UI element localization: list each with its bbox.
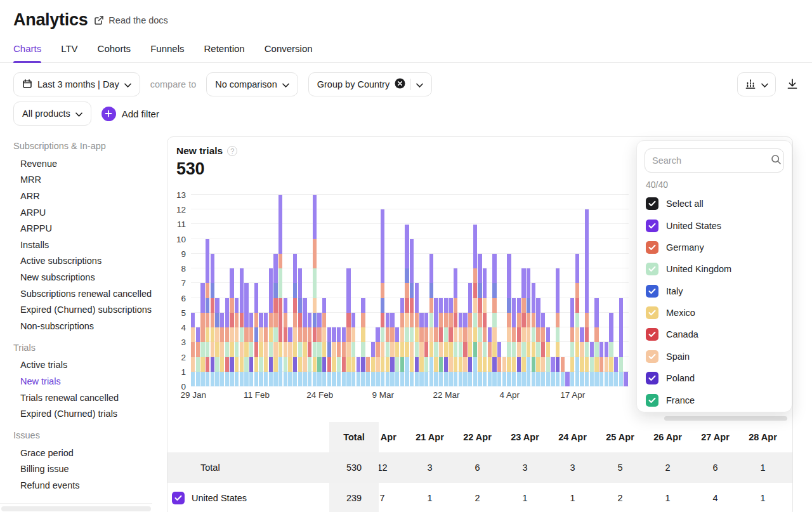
- bar-day-42[interactable]: [395, 327, 399, 386]
- bar-day-74[interactable]: [551, 357, 554, 386]
- bar-day-35[interactable]: [361, 298, 365, 386]
- country-item-spain[interactable]: Spain: [645, 346, 784, 367]
- bar-day-77[interactable]: [565, 372, 569, 386]
- checkbox-checked[interactable]: [646, 263, 658, 275]
- bar-day-49[interactable]: [429, 254, 433, 386]
- country-item-select-all[interactable]: Select all: [645, 193, 784, 214]
- bar-day-33[interactable]: [351, 313, 355, 386]
- country-item-canada[interactable]: Canada: [645, 324, 784, 345]
- download-button[interactable]: [786, 77, 799, 92]
- bar-day-20[interactable]: [288, 327, 292, 386]
- tab-retention[interactable]: Retention: [204, 43, 245, 62]
- comparison-button[interactable]: No comparison: [206, 72, 298, 96]
- bar-day-61[interactable]: [488, 327, 492, 386]
- tab-charts[interactable]: Charts: [13, 43, 41, 62]
- bar-day-70[interactable]: [532, 283, 535, 386]
- bar-day-19[interactable]: [284, 298, 287, 386]
- bar-day-55[interactable]: [459, 313, 462, 386]
- country-item-poland[interactable]: Poland: [645, 367, 784, 389]
- bar-day-83[interactable]: [594, 298, 598, 386]
- bar-day-3[interactable]: [206, 239, 209, 386]
- checkbox-checked[interactable]: [646, 350, 658, 363]
- bar-day-53[interactable]: [449, 298, 452, 386]
- bar-day-80[interactable]: [580, 327, 584, 386]
- sidebar-item-non-subscriptions[interactable]: Non-subscriptions: [13, 318, 160, 334]
- bar-day-13[interactable]: [254, 283, 258, 386]
- bar-day-18[interactable]: [278, 195, 282, 386]
- bar-day-36[interactable]: [366, 357, 370, 386]
- read-the-docs-link[interactable]: Read the docs: [94, 15, 168, 25]
- sidebar-item-active-trials[interactable]: Active trials: [13, 357, 160, 374]
- bar-day-47[interactable]: [419, 313, 423, 386]
- chevron-down-icon[interactable]: [416, 79, 423, 89]
- group-by-button[interactable]: Group by Country: [308, 72, 432, 96]
- bar-day-15[interactable]: [264, 313, 268, 386]
- bar-day-44[interactable]: [405, 225, 409, 386]
- bar-day-25[interactable]: [313, 195, 317, 386]
- bar-day-72[interactable]: [541, 313, 545, 386]
- country-item-germany[interactable]: Germany: [645, 237, 784, 258]
- sidebar-item-arr[interactable]: ARR: [13, 188, 160, 204]
- bar-day-1[interactable]: [196, 327, 200, 386]
- sidebar-item-arppu[interactable]: ARPPU: [13, 220, 160, 237]
- bar-day-11[interactable]: [244, 283, 248, 386]
- bar-day-28[interactable]: [327, 327, 331, 386]
- bar-day-68[interactable]: [521, 268, 525, 386]
- sidebar-item-subscriptions-renewal-cancelled[interactable]: Subscriptions renewal cancelled: [13, 286, 160, 302]
- sidebar-item-revenue[interactable]: Revenue: [13, 155, 160, 172]
- table-horizontal-scrollbar[interactable]: [664, 416, 787, 421]
- bar-day-75[interactable]: [556, 268, 560, 386]
- bar-day-40[interactable]: [386, 313, 390, 386]
- bar-day-79[interactable]: [575, 254, 579, 386]
- bar-day-67[interactable]: [517, 298, 521, 386]
- country-item-italy[interactable]: Italy: [645, 280, 784, 302]
- bar-day-2[interactable]: [200, 283, 204, 386]
- country-item-united-kingdom[interactable]: United Kingdom: [645, 258, 784, 280]
- bar-day-46[interactable]: [415, 283, 419, 386]
- checkbox-checked[interactable]: [172, 492, 185, 504]
- bar-day-34[interactable]: [357, 357, 360, 386]
- bar-day-39[interactable]: [381, 209, 384, 386]
- bar-day-58[interactable]: [473, 225, 477, 386]
- bar-day-65[interactable]: [507, 254, 511, 386]
- tab-ltv[interactable]: LTV: [61, 43, 77, 62]
- sidebar-item-refund-events[interactable]: Refund events: [13, 477, 160, 494]
- sidebar-item-mrr[interactable]: MRR: [13, 172, 160, 188]
- bar-day-29[interactable]: [332, 327, 336, 386]
- sidebar-item-arpu[interactable]: ARPU: [13, 204, 160, 221]
- bar-day-38[interactable]: [376, 327, 379, 386]
- bar-day-64[interactable]: [502, 357, 506, 386]
- checkbox-checked[interactable]: [646, 306, 658, 319]
- bar-day-45[interactable]: [410, 239, 414, 386]
- tab-cohorts[interactable]: Cohorts: [98, 43, 131, 62]
- add-filter-button[interactable]: Add filter: [102, 107, 159, 121]
- bar-day-52[interactable]: [444, 298, 448, 386]
- checkbox-checked[interactable]: [646, 328, 658, 341]
- country-item-united-states[interactable]: United States: [645, 214, 784, 236]
- sidebar-item-trials-renewal-cancelled[interactable]: Trials renewal cancelled: [13, 390, 160, 406]
- bar-day-76[interactable]: [561, 357, 565, 386]
- bar-day-50[interactable]: [434, 298, 438, 386]
- sidebar-scrollbar[interactable]: [1, 506, 151, 511]
- bar-day-14[interactable]: [259, 313, 263, 386]
- bar-day-24[interactable]: [308, 313, 311, 386]
- checkbox-checked[interactable]: [646, 241, 658, 254]
- bar-day-69[interactable]: [527, 268, 530, 386]
- sidebar-item-new-trials[interactable]: New trials: [13, 373, 160, 390]
- checkbox-checked[interactable]: [646, 197, 658, 210]
- sidebar-item-expired-churned-subscriptions[interactable]: Expired (Churned) subscriptions: [13, 301, 160, 318]
- tab-funnels[interactable]: Funnels: [150, 43, 184, 62]
- bar-day-43[interactable]: [400, 298, 404, 386]
- bar-day-31[interactable]: [342, 327, 346, 386]
- bar-day-30[interactable]: [337, 327, 341, 386]
- bar-day-73[interactable]: [546, 327, 550, 386]
- bar-day-60[interactable]: [483, 268, 487, 386]
- bar-day-22[interactable]: [298, 268, 302, 386]
- bar-day-0[interactable]: [191, 313, 195, 386]
- tab-conversion[interactable]: Conversion: [265, 43, 313, 62]
- country-search-input[interactable]: [652, 155, 771, 166]
- checkbox-checked[interactable]: [646, 394, 658, 407]
- bar-day-54[interactable]: [454, 268, 457, 386]
- bar-day-84[interactable]: [599, 342, 603, 386]
- bar-day-63[interactable]: [497, 342, 501, 386]
